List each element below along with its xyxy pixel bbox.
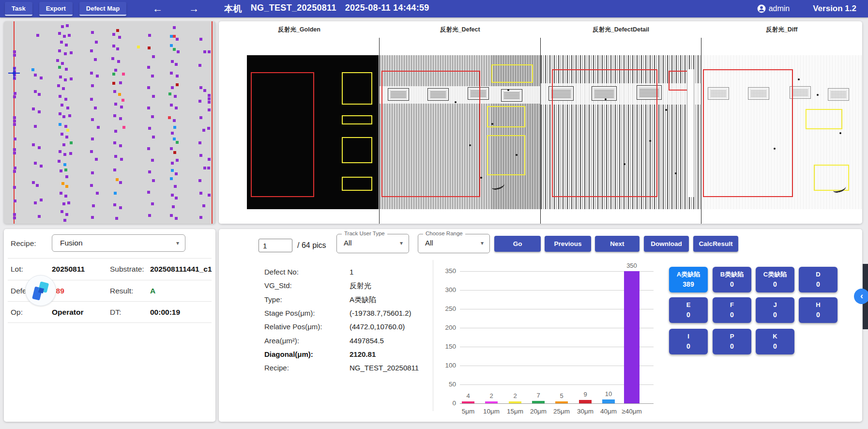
defect-dot — [198, 64, 201, 67]
viewer-image[interactable] — [380, 38, 540, 224]
class-filter-button-B类缺陷[interactable]: B类缺陷0 — [713, 267, 751, 292]
defect-dot — [70, 141, 73, 144]
map-boundary-line — [212, 21, 213, 224]
defect-dot — [90, 150, 93, 153]
next-button[interactable]: Next — [595, 236, 640, 252]
defect-dot — [38, 215, 41, 218]
calcresult-button[interactable]: CalcResult — [693, 236, 738, 252]
previous-button[interactable]: Previous — [545, 236, 591, 252]
defect-dot — [64, 98, 67, 101]
defect-dot — [91, 84, 94, 87]
defect-dot — [112, 33, 115, 36]
defect-dot — [175, 197, 178, 199]
class-filter-button-H[interactable]: H0 — [799, 297, 838, 323]
menu-button-task[interactable]: Task — [5, 2, 32, 16]
defect-dot — [32, 107, 35, 110]
defect-dot — [65, 213, 68, 216]
defect-dot — [61, 25, 64, 28]
defect-dot — [61, 133, 63, 136]
defect-dot — [13, 170, 16, 173]
defect-dot — [173, 151, 176, 154]
row-divider — [8, 322, 212, 323]
defect-dot — [207, 127, 210, 130]
chart-value-label: 10 — [596, 390, 621, 398]
defect-dot — [199, 154, 202, 157]
defect-dot — [208, 194, 211, 197]
defect-map[interactable] — [4, 21, 215, 224]
top-bar: TaskExportDefect Map ← → 本机 NG_TEST_2025… — [0, 0, 868, 17]
class-filter-button-J[interactable]: J0 — [756, 297, 794, 323]
chart-value-label: 2 — [503, 392, 527, 399]
defect-dot — [38, 110, 41, 113]
defect-dot — [116, 47, 119, 50]
class-filter-button-C类缺陷[interactable]: C类缺陷0 — [756, 267, 794, 292]
defect-dot — [208, 97, 211, 100]
chevron-down-icon: ▾ — [400, 240, 403, 246]
defect-dot — [62, 143, 65, 146]
username: admin — [769, 4, 790, 13]
defect-dot — [202, 204, 205, 207]
chart-value-label: 4 — [456, 392, 480, 399]
defect-box — [487, 135, 525, 175]
defect-dot — [91, 216, 94, 219]
class-filter-button-K[interactable]: K0 — [756, 329, 794, 354]
defect-dot — [199, 86, 202, 89]
class-filter-button-A类缺陷[interactable]: A类缺陷389 — [669, 267, 708, 292]
nav-back-arrow-icon[interactable]: ← — [149, 3, 167, 15]
track-user-type-select[interactable]: Track User Type All ▾ — [336, 234, 409, 253]
detail-label: Type: — [264, 295, 282, 304]
detail-label: Defect No: — [264, 268, 299, 276]
user-icon — [757, 4, 766, 13]
defect-dot — [116, 178, 119, 181]
detail-value: 4497854.5 — [350, 337, 384, 345]
section-divider — [433, 260, 433, 411]
chevron-left-icon[interactable]: ‹ — [854, 289, 868, 304]
viewer-image[interactable] — [541, 38, 701, 224]
defect-dot — [199, 216, 202, 219]
defect-dot — [114, 69, 117, 72]
defect-dot — [173, 119, 176, 122]
defect-dot — [61, 104, 63, 107]
nav-forward-arrow-icon[interactable]: → — [185, 3, 203, 15]
defect-dot — [151, 115, 154, 118]
defect-dot — [32, 143, 35, 146]
vendor-logo — [25, 275, 56, 306]
choose-range-value: All — [425, 239, 433, 247]
defect-dot — [13, 216, 16, 219]
defect-dot — [13, 54, 16, 57]
viewer-panel-golden: 反射光_Golden — [219, 21, 380, 224]
defect-dot — [32, 181, 35, 184]
defect-dot — [168, 116, 171, 119]
download-button[interactable]: Download — [644, 236, 689, 252]
class-filter-button-I[interactable]: I0 — [669, 329, 708, 354]
defect-dot — [13, 123, 16, 126]
defect-dot — [148, 170, 151, 173]
menu-button-defect-map[interactable]: Defect Map — [79, 2, 126, 16]
choose-range-select[interactable]: Choose Range All ▾ — [418, 234, 490, 253]
defect-dot — [171, 86, 174, 89]
class-filter-button-D[interactable]: D0 — [799, 267, 838, 292]
viewer-image[interactable] — [219, 38, 380, 224]
field-label: Result: — [110, 287, 133, 295]
defect-dot — [38, 146, 41, 149]
class-filter-button-F[interactable]: F0 — [713, 297, 751, 323]
menu-button-export[interactable]: Export — [39, 2, 73, 16]
defect-dot — [38, 93, 41, 96]
class-filter-button-P[interactable]: P0 — [713, 329, 751, 354]
viewer-image[interactable] — [701, 38, 862, 224]
defect-dot — [113, 169, 116, 171]
defect-dot — [175, 172, 178, 175]
defect-dot — [59, 76, 62, 78]
defect-dot — [66, 107, 69, 109]
page-number-input[interactable] — [259, 239, 292, 252]
defect-dot — [174, 185, 177, 188]
detail-label: Recipe: — [264, 364, 289, 372]
user-menu[interactable]: admin — [757, 4, 790, 13]
defect-dot — [168, 92, 171, 95]
defect-dot — [171, 194, 174, 197]
defect-dot — [147, 147, 150, 150]
defect-dot — [175, 107, 178, 109]
go-button[interactable]: Go — [494, 236, 541, 252]
recipe-select[interactable]: Fusion ▾ — [52, 234, 185, 252]
class-filter-button-E[interactable]: E0 — [669, 297, 708, 323]
